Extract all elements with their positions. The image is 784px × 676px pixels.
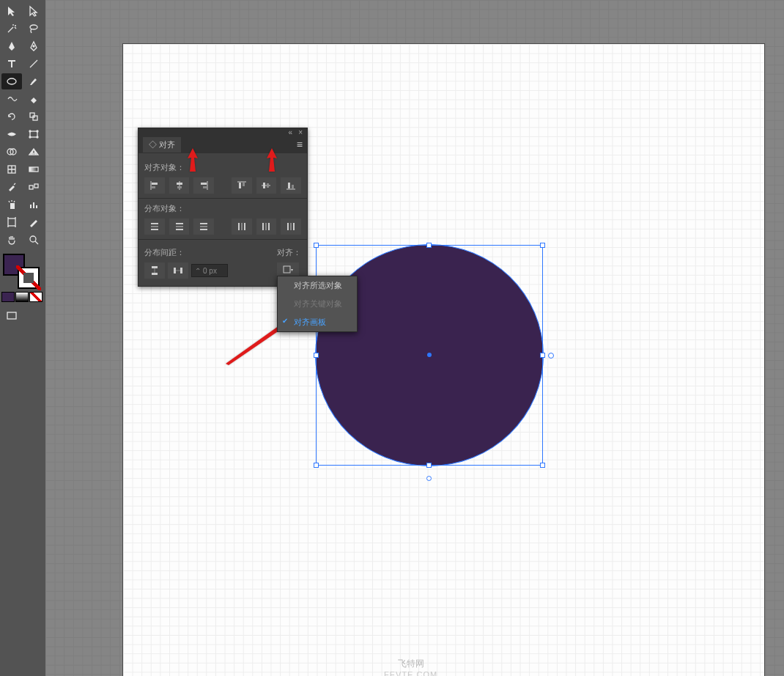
dist-space-v[interactable]: [144, 262, 165, 279]
dist-vcenter[interactable]: [169, 218, 190, 235]
panel-menu-icon[interactable]: ≡: [297, 139, 303, 150]
svg-rect-43: [200, 229, 207, 230]
column-graph-tool[interactable]: [23, 196, 44, 213]
dist-space-h[interactable]: [168, 262, 188, 279]
menu-align-artboard[interactable]: ✔对齐画板: [278, 313, 357, 331]
free-transform-tool[interactable]: [23, 126, 44, 142]
center-indicator: [427, 353, 432, 357]
hand-tool[interactable]: [1, 232, 22, 248]
align-left[interactable]: [144, 177, 165, 194]
annotation-arrow-1: [185, 148, 201, 174]
paintbrush-tool[interactable]: [23, 73, 44, 89]
align-hcenter[interactable]: [169, 177, 190, 194]
handle-bottom[interactable]: [426, 463, 432, 468]
align-right[interactable]: [193, 177, 214, 194]
gradient-tool[interactable]: [23, 161, 44, 177]
svg-rect-25: [177, 183, 182, 185]
watermark: 飞特网 FEVTE.COM: [384, 658, 437, 676]
color-mode-row: [1, 292, 44, 302]
eraser-tool[interactable]: [23, 91, 44, 107]
svg-rect-32: [267, 183, 269, 188]
zoom-tool[interactable]: [23, 232, 44, 248]
color-swatches[interactable]: [1, 254, 44, 287]
shape-builder-tool[interactable]: [1, 144, 22, 160]
handle-bottom-right[interactable]: [540, 463, 545, 468]
pen-tool[interactable]: [1, 38, 22, 54]
blend-tool[interactable]: [23, 179, 44, 195]
shaper-tool[interactable]: [1, 91, 22, 107]
dist-bottom[interactable]: [193, 218, 214, 235]
eyedropper-tool[interactable]: [1, 179, 22, 195]
align-panel: « × ◇ 对齐 ≡ 对齐对象： 分布对象：: [138, 128, 308, 287]
type-tool[interactable]: [1, 56, 22, 72]
slice-tool[interactable]: [23, 214, 44, 230]
curvature-tool[interactable]: [23, 38, 44, 54]
rotate-tool[interactable]: [1, 109, 22, 125]
handle-top[interactable]: [426, 243, 432, 248]
svg-rect-47: [262, 223, 264, 230]
svg-rect-24: [152, 186, 155, 188]
label-distribute-spacing: 分布间距：: [144, 247, 228, 258]
width-tool[interactable]: [1, 126, 22, 142]
lasso-tool[interactable]: [23, 21, 44, 37]
dist-right[interactable]: [281, 218, 301, 235]
screen-mode[interactable]: [1, 308, 22, 324]
color-mode-gradient[interactable]: [15, 292, 29, 302]
panel-titlebar[interactable]: « ×: [138, 128, 307, 136]
tools-panel: [0, 0, 45, 676]
canvas-area[interactable]: 飞特网 FEVTE.COM: [45, 0, 784, 676]
svg-rect-42: [200, 226, 207, 227]
stroke-color[interactable]: [18, 267, 40, 289]
scale-tool[interactable]: [23, 109, 44, 125]
spacing-value-input[interactable]: ⌃0 px: [191, 264, 228, 277]
panel-tab-align[interactable]: ◇ 对齐: [143, 137, 181, 153]
svg-rect-36: [151, 226, 158, 227]
svg-rect-45: [241, 223, 243, 230]
magic-wand-tool[interactable]: [1, 21, 22, 37]
svg-rect-17: [30, 205, 32, 208]
perspective-grid-tool[interactable]: [23, 144, 44, 160]
dist-hcenter[interactable]: [256, 218, 277, 235]
handle-rotate[interactable]: [426, 476, 432, 481]
color-mode-solid[interactable]: [1, 292, 15, 302]
svg-rect-13: [29, 167, 38, 172]
dist-left[interactable]: [232, 218, 252, 235]
handle-bottom-left[interactable]: [314, 463, 319, 468]
ellipse-tool[interactable]: [1, 73, 22, 89]
svg-rect-4: [33, 116, 37, 120]
color-mode-none[interactable]: [29, 292, 42, 302]
symbol-sprayer-tool[interactable]: [1, 196, 22, 213]
svg-rect-57: [284, 266, 290, 273]
handle-left[interactable]: [314, 353, 319, 358]
svg-point-8: [29, 136, 31, 138]
selection-tool[interactable]: [1, 3, 22, 19]
svg-rect-26: [177, 186, 182, 188]
svg-rect-54: [152, 273, 158, 275]
svg-rect-52: [293, 223, 295, 230]
svg-rect-40: [176, 229, 183, 230]
mesh-tool[interactable]: [1, 161, 22, 177]
svg-point-21: [30, 236, 36, 242]
svg-rect-51: [290, 223, 292, 230]
svg-rect-56: [180, 268, 182, 273]
align-bottom[interactable]: [281, 177, 301, 194]
panel-close-icon[interactable]: ×: [298, 128, 303, 136]
line-tool[interactable]: [23, 56, 44, 72]
menu-align-selection[interactable]: 对齐所选对象: [278, 276, 357, 295]
watermark-line1: 飞特网: [384, 658, 437, 670]
dist-top[interactable]: [144, 218, 165, 235]
svg-rect-39: [176, 226, 183, 227]
artboard-tool[interactable]: [1, 214, 22, 230]
handle-right[interactable]: [540, 353, 545, 358]
handle-top-right[interactable]: [540, 243, 545, 248]
direct-selection-tool[interactable]: [23, 3, 44, 19]
svg-rect-18: [33, 202, 34, 208]
svg-rect-41: [200, 223, 207, 224]
align-top[interactable]: [232, 177, 252, 194]
align-vcenter[interactable]: [256, 177, 277, 194]
svg-rect-55: [174, 268, 176, 273]
handle-top-left[interactable]: [314, 243, 319, 248]
svg-rect-37: [151, 229, 158, 230]
panel-collapse-icon[interactable]: «: [289, 128, 293, 136]
svg-rect-28: [203, 186, 207, 188]
